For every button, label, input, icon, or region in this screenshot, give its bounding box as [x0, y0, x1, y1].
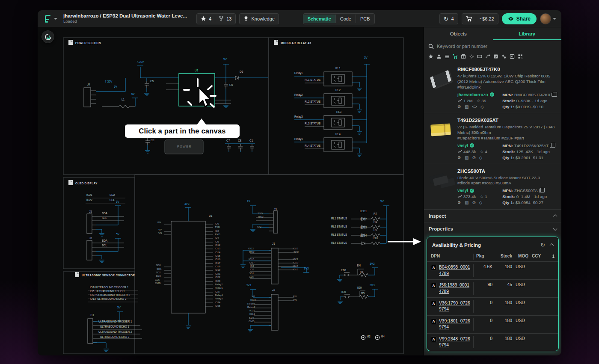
dpn-link[interactable]: J56:1989_00014789	[439, 282, 471, 295]
cart-pill[interactable]: ~$6.22	[462, 13, 498, 24]
schematic-label: RL3 STATUS	[305, 122, 320, 125]
image-off-icon[interactable]: ▧	[465, 155, 469, 160]
gear-icon[interactable]: ⚙	[457, 104, 461, 109]
schematic-label: Relay2	[247, 306, 255, 308]
inspect-section-header[interactable]: Inspect	[424, 209, 561, 222]
filter-gear-icon[interactable]	[468, 53, 475, 60]
code-icon[interactable]: ⊘	[472, 155, 475, 160]
row-stock: 0	[476, 300, 492, 305]
part-downloads: 1.2M	[463, 98, 473, 103]
project-title: jharwinbarrozo / ESP32 Dual Ultrasonic W…	[63, 13, 187, 19]
filter-starred-icon[interactable]	[427, 53, 434, 60]
tab-library[interactable]: Library	[493, 27, 562, 40]
schematic-label: SD0	[156, 264, 161, 266]
schematic-label: C7	[226, 139, 230, 142]
cart-icon	[466, 16, 472, 22]
tab-pcb[interactable]: PCB	[356, 15, 374, 23]
gear-icon[interactable]: ⚙	[457, 155, 461, 160]
fork-count[interactable]: 13	[219, 16, 231, 21]
part-card[interactable]: ZHCS500TA Diode 40 V 500mA Surface Mount…	[424, 164, 561, 210]
schematic-label: D5	[240, 71, 243, 74]
schematic-label: EN1	[341, 269, 347, 272]
sync-pill[interactable]: ↻ 4	[439, 13, 458, 24]
knowledge-button[interactable]: Knowledge	[239, 13, 279, 24]
row-ccy: USD	[512, 282, 528, 287]
dpn-link[interactable]: V99:2348_07269794	[439, 336, 471, 349]
part-age: · 1d ago	[531, 194, 547, 199]
schematic-label: CMD	[249, 320, 255, 323]
dpn-link[interactable]: V36:1790_07269794	[439, 300, 471, 313]
model-3d-icon[interactable]: ◇	[480, 104, 484, 109]
schematic-label: IO2	[215, 230, 219, 232]
part-card[interactable]: RMCF0805JT47K0 47 kOhms ±5% 0.125W, 1/8W…	[424, 62, 561, 113]
filter-package-icon[interactable]	[460, 53, 467, 60]
filter-route-icon[interactable]	[484, 53, 491, 60]
schematic-label: C9	[151, 139, 154, 142]
app-logo-menu[interactable]	[43, 14, 57, 24]
share-button[interactable]: Share	[502, 13, 537, 24]
row-ccy: USD	[512, 264, 528, 269]
image-off-icon[interactable]: ▧	[465, 104, 469, 109]
gear-icon[interactable]: ⚙	[457, 200, 461, 205]
eye-icon	[508, 17, 514, 21]
model-3d-icon[interactable]: ◇	[479, 200, 483, 205]
search-input[interactable]	[437, 44, 557, 49]
pricing-header[interactable]: Availability & Pricing ↻	[427, 237, 558, 251]
filter-qr-icon[interactable]	[517, 53, 524, 60]
schematic-label: 5V	[116, 233, 119, 236]
tab-objects[interactable]: Objects	[424, 27, 493, 40]
dpn-link[interactable]: V39:1801_07269794	[439, 318, 471, 331]
lightbulb-icon	[243, 16, 249, 21]
copy-icon[interactable]	[539, 189, 543, 192]
part-card[interactable]: T491D226K025AT 22 µF Molded Tantalum Cap…	[424, 113, 561, 164]
copy-icon[interactable]	[550, 144, 553, 148]
part-thumbnail	[428, 67, 454, 92]
filter-checkbox-icon[interactable]	[492, 53, 499, 60]
refresh-icon[interactable]: ↻	[540, 242, 545, 248]
schematic-label: Relay1	[294, 72, 303, 74]
part-author[interactable]: vasyl ✓	[457, 143, 500, 148]
part-author[interactable]: jharwinbarrozo ✓	[457, 92, 500, 97]
schematic-label: J11	[90, 314, 94, 317]
star-count[interactable]: 4	[201, 16, 211, 21]
filter-footprint-icon[interactable]	[501, 53, 507, 60]
filter-grid-icon[interactable]	[509, 53, 516, 60]
filter-list-icon[interactable]	[444, 53, 451, 60]
filter-cart-icon[interactable]	[452, 53, 459, 60]
properties-section-header[interactable]: Properties	[424, 222, 561, 235]
image-off-icon[interactable]: ▧	[465, 200, 469, 205]
account-menu[interactable]	[540, 13, 556, 24]
part-author-name: jharwinbarrozo	[457, 92, 488, 97]
knowledge-label: Knowledge	[251, 16, 274, 21]
schematic-label: 3V3	[304, 267, 309, 270]
filter-display-icon[interactable]	[476, 53, 483, 60]
vendor-icon: Λ	[431, 319, 436, 324]
code-icon[interactable]: <>	[472, 104, 477, 109]
row-moq: 180	[492, 264, 512, 269]
schematic-label: SD1	[249, 272, 254, 275]
col-pkg: Pkg	[476, 254, 492, 258]
copilot-button[interactable]	[42, 30, 54, 43]
part-downloads: 448.3k	[463, 149, 476, 154]
schematic-label: IO5	[215, 240, 219, 243]
schematic-label: SD1	[157, 268, 162, 270]
part-title: T491D226K025AT	[457, 118, 557, 123]
row-stock: 90	[476, 282, 492, 287]
copy-icon[interactable]	[552, 93, 555, 97]
tab-schematic[interactable]: Schematic	[303, 15, 335, 23]
panel-tabs: Objects Library	[424, 27, 561, 40]
pointer-arrow-icon	[388, 238, 421, 245]
part-author-name: vasyl	[457, 143, 468, 148]
tab-code[interactable]: Code	[335, 15, 356, 23]
schematic-label: R7	[374, 213, 377, 216]
model-3d-icon[interactable]: ◇	[479, 155, 483, 160]
code-icon[interactable]: ⊘	[472, 200, 475, 205]
part-author[interactable]: vasyl ✓	[457, 188, 500, 193]
schematic-label: J5	[89, 210, 92, 213]
schematic-label: SCL	[102, 244, 107, 247]
schematic-canvas[interactable]: POWER SECTIONMODULAR RELAY 4XOLED DISPLA…	[38, 27, 424, 355]
filter-user-icon[interactable]	[436, 53, 442, 60]
dpn-link[interactable]: B04:0898_00014789	[439, 264, 471, 277]
vendor-icon: Λ	[431, 301, 436, 306]
part-thumbnail	[428, 169, 454, 193]
